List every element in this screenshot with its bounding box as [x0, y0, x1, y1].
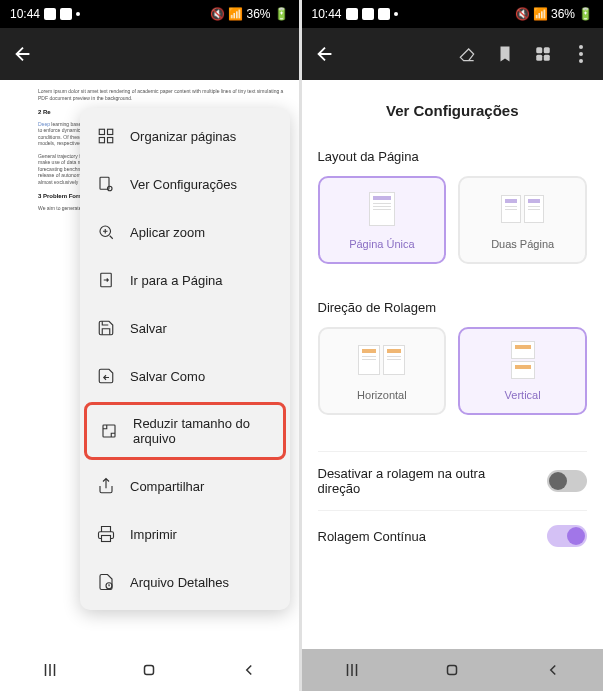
app-bar [0, 28, 299, 80]
svg-rect-11 [145, 666, 154, 675]
share-icon [96, 476, 116, 496]
save-icon [96, 318, 116, 338]
battery-text: 36% [551, 7, 575, 21]
home-button[interactable] [139, 660, 159, 680]
back-button[interactable] [12, 43, 34, 65]
menu-file-details[interactable]: Arquivo Detalhes [80, 558, 290, 606]
svg-point-5 [108, 186, 113, 191]
print-icon [96, 524, 116, 544]
nav-bar [0, 649, 299, 691]
horizontal-thumb [328, 339, 437, 381]
svg-rect-8 [103, 425, 115, 437]
back-nav-button[interactable] [239, 660, 259, 680]
eraser-icon[interactable] [457, 44, 477, 64]
menu-reduce-size[interactable]: Reduzir tamanho do arquivo [84, 402, 286, 460]
more-icon[interactable] [571, 44, 591, 64]
svg-rect-15 [544, 55, 550, 61]
app-bar [302, 28, 604, 80]
svg-rect-9 [102, 536, 111, 542]
vertical-thumb [468, 339, 577, 381]
overflow-menu: Organizar páginas Ver Configurações Apli… [80, 108, 290, 610]
apps-icon[interactable] [533, 44, 553, 64]
bookmark-icon[interactable] [495, 44, 515, 64]
page-arrow-icon [96, 270, 116, 290]
single-page-thumb [328, 188, 437, 230]
menu-organize-pages[interactable]: Organizar páginas [80, 112, 290, 160]
wifi-icon: 📶 [533, 7, 548, 21]
double-page-thumb [468, 188, 577, 230]
continuous-scroll-row: Rolagem Contínua [318, 510, 588, 561]
svg-point-17 [579, 52, 583, 56]
layout-section-label: Layout da Página [318, 149, 588, 164]
scroll-section-label: Direção de Rolagem [318, 300, 588, 315]
notification-icon [378, 8, 390, 20]
svg-rect-1 [108, 129, 113, 134]
menu-save-as[interactable]: Salvar Como [80, 352, 290, 400]
grid-icon [96, 126, 116, 146]
svg-rect-2 [99, 138, 104, 143]
config-panel: Ver Configurações Layout da Página Págin… [302, 80, 604, 649]
wifi-icon: 📶 [228, 7, 243, 21]
status-bar: 10:44 🔇 📶 36% 🔋 [0, 0, 299, 28]
notification-icon [362, 8, 374, 20]
menu-save[interactable]: Salvar [80, 304, 290, 352]
file-info-icon [96, 572, 116, 592]
continuous-scroll-label: Rolagem Contínua [318, 529, 426, 544]
save-as-icon [96, 366, 116, 386]
layout-single-option[interactable]: Página Única [318, 176, 447, 264]
battery-text: 36% [246, 7, 270, 21]
view-settings-icon [96, 174, 116, 194]
menu-go-to-page[interactable]: Ir para a Página [80, 256, 290, 304]
status-dot [394, 12, 398, 16]
menu-share[interactable]: Compartilhar [80, 462, 290, 510]
home-button[interactable] [442, 660, 462, 680]
document-viewport[interactable]: Lorem ipsum dolor sit amet text renderin… [0, 80, 299, 649]
recent-apps-button[interactable] [342, 660, 362, 680]
notification-icon [44, 8, 56, 20]
menu-zoom[interactable]: Aplicar zoom [80, 208, 290, 256]
notification-icon [60, 8, 72, 20]
svg-rect-0 [99, 129, 104, 134]
menu-view-config[interactable]: Ver Configurações [80, 160, 290, 208]
svg-rect-3 [108, 138, 113, 143]
mute-icon: 🔇 [515, 7, 530, 21]
scroll-horizontal-option[interactable]: Horizontal [318, 327, 447, 415]
svg-rect-13 [544, 47, 550, 53]
status-time: 10:44 [312, 7, 342, 21]
battery-icon: 🔋 [274, 7, 289, 21]
svg-rect-19 [448, 666, 457, 675]
nav-bar [302, 649, 604, 691]
recent-apps-button[interactable] [40, 660, 60, 680]
battery-icon: 🔋 [578, 7, 593, 21]
status-time: 10:44 [10, 7, 40, 21]
zoom-icon [96, 222, 116, 242]
mute-icon: 🔇 [210, 7, 225, 21]
compress-icon [99, 421, 119, 441]
back-button[interactable] [314, 43, 336, 65]
back-nav-button[interactable] [543, 660, 563, 680]
status-dot [76, 12, 80, 16]
disable-scroll-label: Desativar a rolagem na outra direção [318, 466, 498, 496]
layout-double-option[interactable]: Duas Página [458, 176, 587, 264]
continuous-scroll-toggle[interactable] [547, 525, 587, 547]
scroll-vertical-option[interactable]: Vertical [458, 327, 587, 415]
svg-point-18 [579, 59, 583, 63]
menu-print[interactable]: Imprimir [80, 510, 290, 558]
disable-scroll-toggle[interactable] [547, 470, 587, 492]
status-bar: 10:44 🔇 📶 36% 🔋 [302, 0, 604, 28]
svg-point-16 [579, 45, 583, 49]
notification-icon [346, 8, 358, 20]
svg-rect-12 [536, 47, 542, 53]
disable-scroll-row: Desativar a rolagem na outra direção [318, 451, 588, 510]
config-title: Ver Configurações [318, 80, 588, 149]
svg-rect-14 [536, 55, 542, 61]
